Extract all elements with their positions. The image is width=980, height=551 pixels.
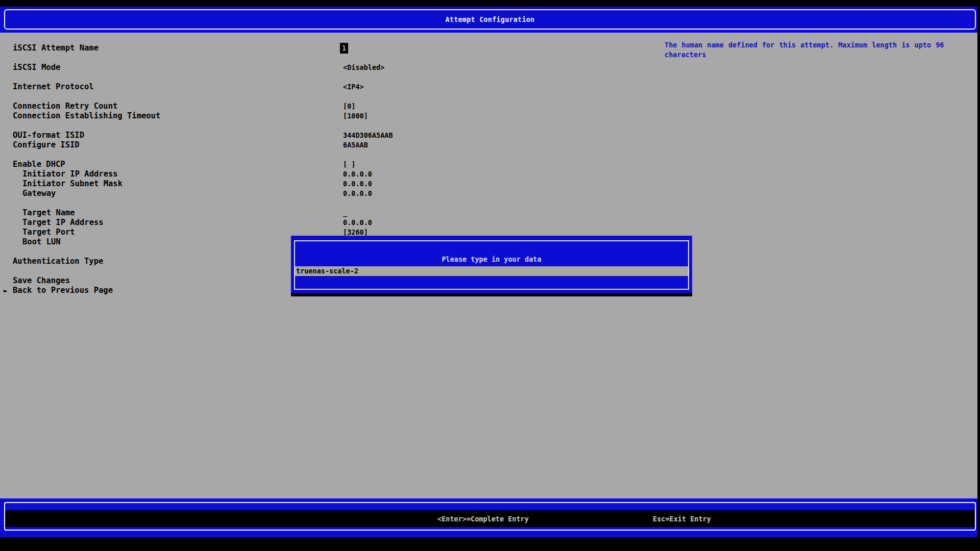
dialog-inner-border xyxy=(294,240,689,290)
form-row-iscsi-attempt-name[interactable]: iSCSI Attempt Name 1 xyxy=(0,43,658,53)
selection-arrow-icon: ► xyxy=(4,286,8,295)
field-label: iSCSI Attempt Name xyxy=(13,43,99,53)
field-label: Target Name xyxy=(22,208,75,218)
field-value: 344D306A5AAB xyxy=(343,131,393,140)
form-row-oui-format-isid: OUI-format ISID 344D306A5AAB xyxy=(0,131,658,140)
field-value: <Disabled> xyxy=(343,63,384,72)
esc-key-hint: Esc=Exit Entry xyxy=(653,514,711,524)
form-row-target-name[interactable]: Target Name _ xyxy=(0,208,658,218)
field-value: 0.0.0.0 xyxy=(343,179,372,189)
field-value-selected[interactable]: 1 xyxy=(340,43,348,54)
form-row-initiator-subnet-mask[interactable]: Initiator Subnet Mask 0.0.0.0 xyxy=(0,179,658,189)
field-value: [0] xyxy=(343,102,355,111)
field-label: Initiator Subnet Mask xyxy=(22,179,122,189)
text-input-dialog: Please type in your data truenas-scale-2 xyxy=(291,236,692,293)
dialog-text-input[interactable]: truenas-scale-2 xyxy=(295,266,688,276)
dhcp-checkbox[interactable]: [ ] xyxy=(343,160,355,169)
title-bar-border: Attempt Configuration xyxy=(4,9,976,30)
dialog-title: Please type in your data xyxy=(291,255,692,264)
field-label: Enable DHCP xyxy=(13,160,65,169)
field-value: <IP4> xyxy=(343,82,364,92)
field-label: iSCSI Mode xyxy=(13,63,60,72)
field-label: Configure ISID xyxy=(13,140,80,150)
field-value: 0.0.0.0 xyxy=(343,169,372,179)
field-label: Gateway xyxy=(22,189,56,198)
help-text: The human name defined for this attempt.… xyxy=(665,40,950,60)
field-label: Authentication Type xyxy=(13,257,103,266)
field-label: Connection Establishing Timeout xyxy=(13,111,160,121)
field-label: Internet Protocol xyxy=(13,82,94,92)
field-value: 0.0.0.0 xyxy=(343,218,372,228)
field-value: [1000] xyxy=(343,111,368,121)
field-label: Target IP Address xyxy=(22,218,104,228)
page-title: Attempt Configuration xyxy=(446,15,535,23)
field-label: Connection Retry Count xyxy=(13,102,117,111)
field-label: Save Changes xyxy=(13,276,70,286)
field-label: Target Port xyxy=(22,228,75,237)
form-row-enable-dhcp[interactable]: Enable DHCP [ ] xyxy=(0,160,658,169)
field-value: _ xyxy=(343,208,347,218)
field-label: Initiator IP Address xyxy=(22,169,118,179)
form-row-target-ip-address[interactable]: Target IP Address 0.0.0.0 xyxy=(0,218,658,228)
key-hint-bar: <Enter>=Complete Entry Esc=Exit Entry xyxy=(0,498,977,537)
form-row-connection-establishing-timeout[interactable]: Connection Establishing Timeout [1000] xyxy=(0,111,658,121)
form-row-initiator-ip-address[interactable]: Initiator IP Address 0.0.0.0 xyxy=(0,169,658,179)
form-row-connection-retry-count[interactable]: Connection Retry Count [0] xyxy=(0,102,658,111)
field-value: 6A5AAB xyxy=(343,140,368,150)
field-label: OUI-format ISID xyxy=(13,131,84,140)
form-row-iscsi-mode[interactable]: iSCSI Mode <Disabled> xyxy=(0,63,658,72)
field-label: Back to Previous Page xyxy=(13,286,113,295)
enter-key-hint: <Enter>=Complete Entry xyxy=(437,514,529,524)
field-value: 0.0.0.0 xyxy=(343,189,372,198)
form-row-gateway[interactable]: Gateway 0.0.0.0 xyxy=(0,189,658,198)
title-bar: Attempt Configuration xyxy=(0,7,977,33)
form-row-configure-isid[interactable]: Configure ISID 6A5AAB xyxy=(0,140,658,150)
bios-setup-screen: Attempt Configuration iSCSI Attempt Name… xyxy=(0,0,980,551)
field-label: Boot LUN xyxy=(22,237,61,247)
form-row-internet-protocol[interactable]: Internet Protocol <IP4> xyxy=(0,82,658,92)
